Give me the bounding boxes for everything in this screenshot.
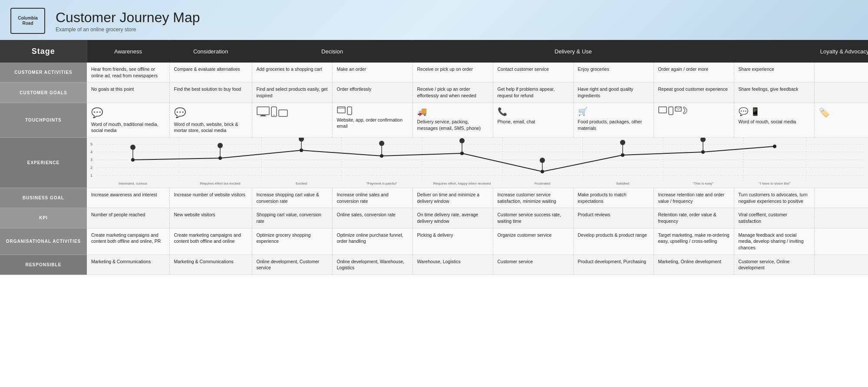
bg-awareness: Increase awareness and interest [87,188,169,208]
tp-awareness-icons: 💬 [91,106,165,120]
tp-delivery3-icon: 🛒 [578,106,649,117]
tp-loyalty2: 💬 📱 Word of mouth, social media [734,103,814,137]
oa-awareness: Create marketing campaigns and content b… [87,228,169,255]
ca-delivery1: Receive or pick up on order [413,63,493,83]
ca-awareness: Hear from friends, see offline or online… [87,63,169,83]
row-customer-activities: CUSTOMER ACTIVITIES Hear from friends, s… [0,63,868,83]
tp-consideration-icons: 💬 [174,106,248,120]
exp-label-8: "I have to share this" [759,182,790,185]
tp-delivery2-icon: 📞 [498,106,569,117]
label-experience: EXPERIENCE [0,137,87,188]
ca-consideration: Compare & evaluate alternatives [169,63,252,83]
row-touchpoints: TOUCHPOINTS 💬 Word of mouth, traditional… [0,103,868,137]
ca-delivery3: Enjoy groceries [573,63,653,83]
kpi-loyalty1: Viral coeffient, customer satisfaction [734,208,814,228]
experience-chart-cell: 5 4 3 2 1 [87,137,868,188]
bg-delivery2: Increase customer service satisfaction, … [493,188,573,208]
svg-rect-6 [337,107,345,113]
exp-pinhead-0 [130,145,135,150]
resp-delivery2: Customer service [493,255,573,275]
tp-consideration: 💬 Word of mouth, website, brick & mortar… [169,103,252,137]
svg-text:1: 1 [90,173,92,178]
exp-pinhead-3 [379,141,384,146]
exp-label-5: Frustrated [535,182,550,185]
label-organisational: ORGANISATIONAL ACTIVITIES [0,228,87,255]
kpi-loyalty2 [814,208,868,228]
cg-delivery1: Receive / pick up an order effortlessly … [413,83,493,103]
kpi-delivery2: Customer service success rate, waiting t… [493,208,573,228]
exp-pinhead-2 [299,138,304,142]
bg-loyalty2 [814,188,868,208]
cg-awareness: No goals at this point [87,83,169,103]
bg-decision2: Increase online sales and conversion rat… [332,188,413,208]
tablet-icon [278,109,288,117]
row-customer-goals: CUSTOMER GOALS No goals at this point Fi… [0,83,868,103]
row-organisational: ORGANISATIONAL ACTIVITIES Create marketi… [0,228,868,255]
screen-icon [658,106,667,113]
exp-label-0: Interested, curious [119,182,147,185]
page-title: Customer Journey Map [56,10,200,26]
resp-delivery4: Marketing, Online development [653,255,734,275]
row-experience: EXPERIENCE 5 4 3 2 1 [0,137,868,188]
tp-delivery1-icon: 🚚 [417,106,488,117]
kpi-delivery3: Product reviews [573,208,653,228]
kpi-decision2: Online sales, conversion rate [332,208,413,228]
bg-delivery1: Deliver on time and minimize a delivery … [413,188,493,208]
tp-decision1-icons [257,106,328,117]
stage-label: Stage [0,40,87,63]
exp-label-4: Requires effort, happy when received [433,182,491,185]
tp-delivery2-text: Phone, email, chat [498,119,569,125]
exp-label-6: Satisfied [616,182,630,185]
header-title-area: Customer Journey Map Example of an onlin… [56,10,200,33]
oa-delivery1: Picking & delivery [413,228,493,255]
tp-awareness-text: Word of mouth, traditional media, social… [91,121,165,134]
tp-loyalty1 [653,103,734,137]
label-business-goal: BUSINESS GOAL [0,188,87,208]
bg-delivery4: Increase retention rate and order value … [653,188,734,208]
svg-rect-5 [279,110,287,116]
experience-svg: 5 4 3 2 1 [87,138,868,188]
email-icon [675,106,682,112]
bg-consideration: Increase number of website visitors [169,188,252,208]
tp-loyalty2-text: Word of mouth, social media [739,119,810,125]
stage-consideration: Consideration [169,40,252,63]
exp-pinhead-5 [540,158,545,163]
row-business-goal: BUSINESS GOAL Increase awareness and int… [0,188,868,208]
label-responsible: RESPONSIBLE [0,255,87,275]
kpi-delivery4: Retention rate, order value & frequency [653,208,734,228]
kpi-consideration: New website visitors [169,208,252,228]
ca-delivery4: Order again / order more [653,63,734,83]
bg-delivery3: Make products to match expectations [573,188,653,208]
tp-loyalty3: 🏷️ [814,103,868,137]
header: Columbia Road Customer Journey Map Examp… [0,0,868,40]
svg-text:5: 5 [90,142,92,146]
kpi-decision1: Shopping cart value, conversion rate [252,208,332,228]
svg-point-4 [274,115,274,116]
cg-decision1: Find and select products easily, get ins… [252,83,332,103]
desktop-icon [257,106,270,117]
phone-icon [683,106,687,114]
resp-consideration: Marketing & Communications [169,255,252,275]
oa-loyalty1: Manage feedback and social media, develo… [734,228,814,255]
tp-delivery2: 📞 Phone, email, chat [493,103,573,137]
oa-consideration: Create marketing campaigns and content b… [169,228,252,255]
exp-label-3: "Payment is painful" [366,182,397,185]
stage-awareness: Awareness [87,40,169,63]
tp-delivery1-text: Delivery service, packing, messages (ema… [417,119,488,131]
tp-loyalty2-icons: 💬 📱 [739,106,810,117]
tp-consideration-text: Word of mouth, website, brick & mortar s… [174,121,248,134]
stage-header-row: Stage Awareness Consideration Decision [0,40,868,63]
mobile3-icon [668,106,673,115]
journey-map-table: Stage Awareness Consideration Decision [0,40,868,275]
oa-delivery2: Organize customer service [493,228,573,255]
ca-loyalty2 [814,63,868,83]
label-customer-activities: CUSTOMER ACTIVITIES [0,63,87,83]
svg-rect-0 [257,107,269,115]
exp-label-1: Requires effort but excited [200,182,240,185]
svg-rect-9 [659,107,667,113]
ca-loyalty1: Share experience [734,63,814,83]
resp-delivery3: Product development, Purchasing [573,255,653,275]
cg-delivery4: Repeat good customer experience [653,83,734,103]
cg-delivery2: Get help if problems appear, request for… [493,83,573,103]
svg-text:3: 3 [90,158,92,162]
